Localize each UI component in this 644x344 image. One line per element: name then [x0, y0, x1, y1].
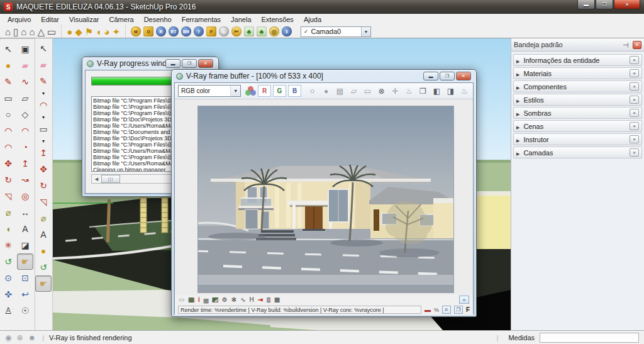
ies-light-icon[interactable]: ✦: [112, 27, 120, 36]
orbit-tool[interactable]: ↺: [0, 253, 16, 270]
expand-arrow-icon[interactable]: [516, 83, 523, 91]
scale-tool[interactable]: ◹: [35, 194, 52, 210]
tape-measure-tool[interactable]: ⌀: [0, 204, 16, 221]
section-close-button[interactable]: ×: [630, 135, 639, 143]
look-around-tool[interactable]: ☉: [17, 302, 33, 319]
pan-tool[interactable]: ☛: [17, 253, 33, 270]
freehand-tool[interactable]: ∿: [17, 74, 33, 90]
rotated-rectangle-tool[interactable]: ▱: [17, 90, 33, 106]
geolocation-icon[interactable]: ◉: [5, 333, 11, 342]
image-info-icon[interactable]: i: [198, 297, 200, 303]
render-last-icon[interactable]: ♨: [404, 86, 414, 96]
expand-arrow-icon[interactable]: [516, 96, 523, 104]
alpha-channel-icon[interactable]: ○: [307, 86, 318, 96]
blue-channel-button[interactable]: B: [288, 85, 301, 97]
front-view-icon[interactable]: ⌂: [21, 27, 26, 36]
layer-dropdown[interactable]: ✓ Camada0 ▼: [301, 26, 371, 37]
rotate-tool[interactable]: ↻: [35, 177, 52, 194]
walk-tool[interactable]: ♙: [0, 302, 16, 319]
vray-materials-icon[interactable]: M: [131, 26, 141, 36]
back-view-icon[interactable]: ⌂: [29, 27, 35, 36]
maximize-button[interactable]: ❐: [440, 72, 455, 80]
section-close-button[interactable]: ×: [630, 56, 639, 64]
duplicate-buffer-icon[interactable]: ❐: [418, 86, 428, 96]
measurements-input[interactable]: [540, 333, 639, 343]
menu-visualizar[interactable]: Visualizar: [64, 14, 104, 25]
offset-tool[interactable]: ◎: [17, 188, 33, 204]
three-point-arc-tool[interactable]: ◠: [0, 139, 16, 155]
rectangle-light-icon[interactable]: ◆: [75, 27, 82, 36]
polygon-tool[interactable]: ◇: [17, 106, 33, 123]
panel-section-instrutor[interactable]: Instrutor ×: [513, 133, 642, 145]
make-component-tool[interactable]: ▣: [17, 41, 33, 57]
expand-arrow-icon[interactable]: [516, 57, 523, 64]
white-balance-icon[interactable]: ✻: [231, 297, 236, 303]
section-close-button[interactable]: ×: [630, 148, 639, 157]
vray-pause-icon[interactable]: ‖: [282, 26, 292, 36]
eraser-tool[interactable]: ▰: [17, 57, 33, 74]
omni-light-icon[interactable]: ●: [67, 27, 72, 36]
menu-extensoes[interactable]: Extensões: [257, 14, 299, 25]
sphere-light-icon[interactable]: ◕: [104, 27, 109, 36]
chevron-expand-icon[interactable]: »: [459, 296, 469, 304]
section-close-button[interactable]: ×: [630, 122, 639, 130]
monochrome-icon[interactable]: ●: [321, 86, 331, 96]
save-image-icon[interactable]: ▤: [335, 86, 345, 96]
move-tool[interactable]: ✥: [35, 161, 52, 177]
menu-editar[interactable]: Editar: [36, 14, 64, 25]
panel-section-componentes[interactable]: Componentes ×: [513, 80, 642, 92]
waveform-icon[interactable]: ∿: [240, 297, 245, 303]
expand-arrow-icon[interactable]: [516, 109, 523, 117]
section-plane-tool[interactable]: ◪: [17, 237, 33, 253]
section-close-button[interactable]: ×: [630, 82, 639, 91]
paint-bucket-tool[interactable]: ●: [35, 243, 52, 259]
iso-view-icon[interactable]: ⌂: [5, 27, 11, 36]
minimize-button[interactable]: ▬: [165, 59, 180, 68]
tape-measure-tool[interactable]: ⌀: [35, 210, 52, 226]
section-close-button[interactable]: ×: [630, 69, 639, 77]
menu-janela[interactable]: Janela: [226, 14, 256, 25]
menu-ferramentas[interactable]: Ferramentas: [177, 14, 226, 25]
arcs-tool[interactable]: ◠: [35, 97, 52, 113]
vray-render-icon[interactable]: R: [156, 26, 166, 36]
pie-tool[interactable]: ◔: [17, 139, 33, 155]
percent-icon[interactable]: %: [434, 307, 439, 313]
follow-me-tool[interactable]: ↝: [17, 172, 33, 188]
text-tool[interactable]: A: [35, 226, 52, 243]
previous-view-tool[interactable]: ↩: [17, 286, 33, 302]
panel-section-sombras[interactable]: Sombras ×: [513, 107, 642, 119]
dimension-tool[interactable]: ↔: [17, 204, 33, 221]
push-pull-tool[interactable]: ↥: [17, 155, 33, 172]
chevron-down-icon[interactable]: ▼: [230, 86, 240, 96]
two-point-arc-tool[interactable]: ◠: [17, 123, 33, 139]
rectangle-tool[interactable]: ▭: [0, 90, 16, 106]
circle-tool[interactable]: ○: [0, 106, 16, 123]
text-tool[interactable]: A: [17, 221, 33, 237]
claim-credit-icon[interactable]: ⊕: [16, 333, 23, 342]
axes-tool[interactable]: ✳: [0, 237, 16, 253]
minimize-button[interactable]: ▬: [423, 72, 438, 80]
rgb-channels-icon[interactable]: [245, 86, 253, 96]
line-tool[interactable]: ✎: [0, 74, 16, 90]
arcs-flyout-caret[interactable]: ▾: [35, 113, 52, 121]
menu-desenho[interactable]: Desenho: [139, 14, 177, 25]
expand-arrow-icon[interactable]: [516, 123, 523, 130]
log-list-button[interactable]: ≡: [442, 306, 451, 314]
vray-batch-render-icon[interactable]: BR: [181, 26, 191, 36]
top-view-icon[interactable]: △: [37, 27, 45, 36]
section-close-button[interactable]: ×: [630, 96, 639, 104]
close-button[interactable]: ✕: [456, 72, 471, 80]
settings-icon[interactable]: ⚙: [222, 297, 228, 303]
color-bars-icon[interactable]: ▯: [267, 297, 270, 303]
panel-section-estilos[interactable]: Estilos ×: [513, 94, 642, 106]
red-channel-button[interactable]: R: [258, 85, 271, 97]
side-view-icon[interactable]: ▯: [13, 27, 18, 36]
vray-dome-icon[interactable]: ◎: [269, 26, 279, 36]
rotate-tool[interactable]: ↻: [0, 172, 16, 188]
maximize-button[interactable]: ❐: [182, 59, 197, 68]
rendered-image[interactable]: [197, 106, 454, 293]
pan-tool[interactable]: ☛: [35, 275, 52, 292]
pixel-info-icon[interactable]: ▭: [179, 297, 184, 303]
line-tool[interactable]: ✎: [35, 73, 52, 89]
protractor-tool[interactable]: ◖: [0, 221, 16, 237]
